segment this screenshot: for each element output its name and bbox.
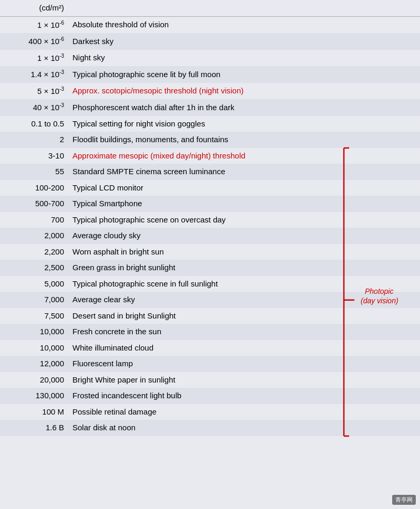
header-bracket — [326, 0, 420, 16]
cell-value: 1 × 10-6 — [0, 16, 68, 33]
cell-desc: Bright White paper in sunlight — [68, 372, 326, 388]
cell-value: 500-700 — [0, 196, 68, 212]
bracket-svg: Photopic(day vision) — [333, 148, 417, 436]
cell-bracket — [326, 99, 420, 116]
cell-desc: Absolute threshold of vision — [68, 16, 326, 33]
watermark: 青亭网 — [392, 495, 416, 505]
cell-desc: Approx. scotopic/mesopic threshold (nigh… — [68, 83, 326, 100]
cell-value: 20,000 — [0, 372, 68, 388]
cell-desc: Typical photographic scene on overcast d… — [68, 212, 326, 228]
cell-value: 1 × 10-3 — [0, 50, 68, 67]
cell-bracket — [326, 83, 420, 100]
cell-desc: Solar disk at noon — [68, 420, 326, 436]
svg-text:(day vision): (day vision) — [361, 296, 398, 304]
cell-bracket — [326, 50, 420, 67]
cell-desc: Average clear sky — [68, 292, 326, 308]
cell-bracket — [326, 116, 420, 132]
cell-value: 7,500 — [0, 308, 68, 324]
cell-desc: Darkest sky — [68, 33, 326, 50]
cell-desc: Fluorescent lamp — [68, 356, 326, 372]
header-value: (cd/m²) — [0, 0, 68, 16]
cell-value: 3-10 — [0, 148, 68, 164]
cell-desc: Typical Smartphone — [68, 196, 326, 212]
cell-value: 100 M — [0, 404, 68, 420]
cell-bracket — [326, 16, 420, 33]
cell-value: 2,200 — [0, 244, 68, 260]
cell-desc: Floodlit buildings, monuments, and fount… — [68, 132, 326, 148]
cell-desc: Worn asphalt in bright sun — [68, 244, 326, 260]
cell-desc: Phosphorescent watch dial after 1h in th… — [68, 99, 326, 116]
cell-bracket — [326, 33, 420, 50]
main-container: (cd/m²) 1 × 10-6Absolute threshold of vi… — [0, 0, 420, 436]
cell-value: 5 × 10-3 — [0, 83, 68, 100]
cell-value: 130,000 — [0, 388, 68, 404]
cell-desc: Standard SMPTE cinema screen luminance — [68, 164, 326, 180]
cell-desc: Typical photographic scene in full sunli… — [68, 276, 326, 292]
cell-value: 40 × 10-3 — [0, 99, 68, 116]
cell-desc: Typical setting for night vision goggles — [68, 116, 326, 132]
cell-value: 55 — [0, 164, 68, 180]
svg-text:Photopic: Photopic — [365, 287, 393, 295]
cell-value: 12,000 — [0, 356, 68, 372]
cell-desc: Fresh concrete in the sun — [68, 324, 326, 340]
cell-desc: Frosted incandescent light bulb — [68, 388, 326, 404]
cell-value: 5,000 — [0, 276, 68, 292]
cell-value: 2,000 — [0, 228, 68, 244]
cell-desc: Possible retinal damage — [68, 404, 326, 420]
cell-value: 400 × 10-6 — [0, 33, 68, 50]
cell-bracket — [326, 132, 420, 148]
cell-value: 2 — [0, 132, 68, 148]
cell-value: 1.4 × 10-3 — [0, 66, 68, 83]
cell-value: 10,000 — [0, 324, 68, 340]
cell-desc: Average cloudy sky — [68, 228, 326, 244]
cell-value: 0.1 to 0.5 — [0, 116, 68, 132]
cell-value: 2,500 — [0, 260, 68, 276]
cell-value: 1.6 B — [0, 420, 68, 436]
cell-desc: White illuminated cloud — [68, 340, 326, 356]
cell-desc: Typical LCD monitor — [68, 180, 326, 196]
cell-desc: Night sky — [68, 50, 326, 67]
cell-desc: Typical photographic scene lit by full m… — [68, 66, 326, 83]
cell-desc: Green grass in bright sunlight — [68, 260, 326, 276]
cell-value: 10,000 — [0, 340, 68, 356]
cell-bracket — [326, 66, 420, 83]
header-desc — [68, 0, 326, 16]
cell-value: 100-200 — [0, 180, 68, 196]
cell-value: 700 — [0, 212, 68, 228]
cell-value: 7,000 — [0, 292, 68, 308]
cell-desc: Approximate mesopic (mixed day/night) th… — [68, 148, 326, 164]
cell-desc: Desert sand in bright Sunlight — [68, 308, 326, 324]
